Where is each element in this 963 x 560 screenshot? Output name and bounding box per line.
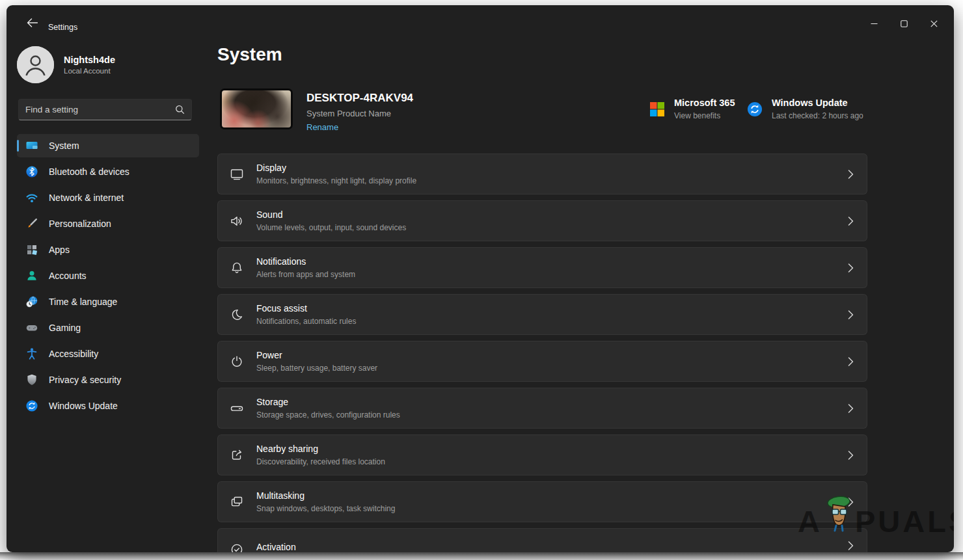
card-text: Notifications Alerts from apps and syste…	[256, 256, 355, 279]
minimize-icon	[871, 20, 878, 27]
card-title: Nearby sharing	[256, 444, 385, 454]
shield-icon	[25, 373, 38, 386]
card-text: Focus assist Notifications, automatic ru…	[256, 303, 356, 326]
quick-info-title: Microsoft 365	[674, 98, 735, 108]
sidebar-item-apps[interactable]: Apps	[17, 238, 199, 261]
card-activation[interactable]: Activation	[217, 528, 867, 552]
power-icon	[229, 354, 245, 369]
card-text: Activation	[256, 542, 296, 552]
card-text: Power Sleep, battery usage, battery save…	[256, 350, 377, 373]
sidebar-item-personalization[interactable]: Personalization	[17, 212, 199, 235]
sidebar-item-privacy-security[interactable]: Privacy & security	[17, 368, 199, 392]
card-sound[interactable]: Sound Volume levels, output, input, soun…	[217, 200, 867, 241]
card-text: Nearby sharing Discoverability, received…	[256, 444, 385, 466]
speaker-icon	[229, 213, 245, 229]
page-title: System	[217, 44, 282, 65]
sidebar-item-label: Accounts	[49, 271, 87, 281]
window-controls	[859, 10, 949, 39]
sidebar-item-bluetooth-devices[interactable]: Bluetooth & devices	[17, 160, 199, 183]
card-title: Sound	[256, 209, 406, 220]
card-subtitle: Alerts from apps and system	[256, 270, 355, 279]
sidebar-item-time-language[interactable]: Time & language	[17, 290, 199, 313]
paintbrush-icon	[25, 217, 38, 230]
system-monitor-icon	[25, 139, 38, 152]
card-text: Sound Volume levels, output, input, soun…	[256, 209, 406, 232]
drive-icon	[229, 401, 245, 416]
bluetooth-icon	[25, 165, 38, 178]
card-nearby-sharing[interactable]: Nearby sharing Discoverability, received…	[217, 434, 867, 475]
sidebar-item-label: Network & internet	[49, 193, 124, 203]
sidebar-item-windows-update[interactable]: Windows Update	[17, 394, 199, 418]
maximize-button[interactable]	[889, 10, 919, 36]
card-focus-assist[interactable]: Focus assist Notifications, automatic ru…	[217, 294, 867, 335]
sidebar-item-accessibility[interactable]: Accessibility	[17, 342, 199, 366]
moon-icon	[229, 307, 245, 323]
maximize-icon	[901, 20, 908, 27]
sidebar-item-network-internet[interactable]: Network & internet	[17, 186, 199, 209]
user-name: Nightsh4de	[64, 55, 115, 65]
gamepad-icon	[25, 321, 38, 334]
view-benefits-link[interactable]: View benefits	[674, 111, 735, 120]
last-checked-status: Last checked: 2 hours ago	[772, 111, 863, 120]
quick-info-text: Microsoft 365 View benefits	[674, 98, 735, 120]
microsoft-logo-icon	[649, 101, 665, 117]
accessibility-person-icon	[25, 347, 38, 360]
update-arrows-icon	[25, 399, 38, 412]
user-meta: Nightsh4de Local Account	[64, 55, 115, 75]
card-title: Storage	[256, 397, 400, 407]
user-account-type: Local Account	[64, 67, 115, 75]
sidebar-item-accounts[interactable]: Accounts	[17, 264, 199, 287]
person-icon	[25, 269, 38, 282]
close-button[interactable]	[919, 10, 949, 36]
settings-card-list: Display Monitors, brightness, night ligh…	[217, 153, 867, 552]
minimize-button[interactable]	[859, 10, 889, 36]
sidebar: Nightsh4de Local Account	[7, 5, 212, 552]
taskbar-edge	[0, 552, 963, 560]
device-name: DESKTOP-4RAKV94	[306, 92, 413, 105]
windows-update-info[interactable]: Windows Update Last checked: 2 hours ago	[747, 98, 863, 120]
chevron-right-icon	[848, 216, 854, 226]
sidebar-item-system[interactable]: System	[17, 134, 199, 157]
bell-icon	[229, 260, 245, 276]
sidebar-item-label: Bluetooth & devices	[49, 167, 129, 177]
sidebar-item-label: Accessibility	[49, 349, 98, 359]
rename-link[interactable]: Rename	[306, 122, 338, 132]
user-account-card[interactable]: Nightsh4de Local Account	[17, 43, 202, 86]
person-avatar-icon	[17, 46, 54, 83]
quick-info-title: Windows Update	[772, 98, 863, 108]
card-title: Multitasking	[256, 490, 395, 501]
chevron-right-icon	[848, 263, 854, 273]
card-multitasking[interactable]: Multitasking Snap windows, desktops, tas…	[217, 481, 867, 522]
card-text: Display Monitors, brightness, night ligh…	[256, 163, 416, 185]
chevron-right-icon	[848, 497, 854, 507]
sidebar-item-label: Windows Update	[49, 401, 118, 411]
card-text: Storage Storage space, drives, configura…	[256, 397, 400, 420]
desktop-background: Settings	[0, 0, 963, 560]
chevron-right-icon	[848, 541, 854, 551]
chevron-right-icon	[848, 310, 854, 319]
microsoft-365-info[interactable]: Microsoft 365 View benefits	[649, 98, 735, 120]
sidebar-item-gaming[interactable]: Gaming	[17, 316, 199, 340]
card-storage[interactable]: Storage Storage space, drives, configura…	[217, 388, 867, 429]
search-input[interactable]	[25, 105, 175, 114]
card-notifications[interactable]: Notifications Alerts from apps and syste…	[217, 247, 867, 288]
search-box[interactable]	[18, 99, 192, 120]
card-subtitle: Snap windows, desktops, task switching	[256, 504, 395, 513]
device-product-name: System Product Name	[306, 109, 413, 118]
display-icon	[229, 167, 245, 182]
device-wallpaper-thumbnail	[220, 88, 293, 129]
avatar	[17, 46, 54, 83]
sidebar-nav: System Bluetooth & devices	[17, 134, 199, 420]
card-power[interactable]: Power Sleep, battery usage, battery save…	[217, 341, 867, 382]
card-subtitle: Storage space, drives, configuration rul…	[256, 410, 400, 420]
device-meta: DESKTOP-4RAKV94 System Product Name Rena…	[306, 92, 413, 133]
share-icon	[229, 447, 245, 463]
card-title: Focus assist	[256, 303, 356, 313]
card-display[interactable]: Display Monitors, brightness, night ligh…	[217, 153, 867, 194]
quick-info-text: Windows Update Last checked: 2 hours ago	[772, 98, 863, 120]
search-icon	[175, 105, 185, 114]
sidebar-item-label: Privacy & security	[49, 375, 121, 385]
card-subtitle: Volume levels, output, input, sound devi…	[256, 223, 406, 232]
sidebar-item-label: Personalization	[49, 219, 111, 229]
watermark-text-right: PUALS	[855, 503, 954, 539]
